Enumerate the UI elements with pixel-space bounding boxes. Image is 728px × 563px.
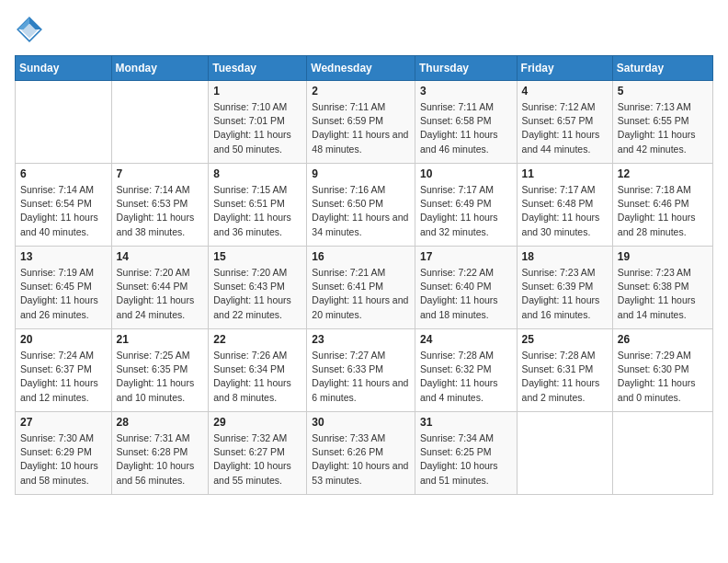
day-number: 10 — [420, 167, 512, 180]
calendar-cell: 10Sunrise: 7:17 AM Sunset: 6:49 PM Dayli… — [415, 164, 517, 247]
calendar-cell: 23Sunrise: 7:27 AM Sunset: 6:33 PM Dayli… — [307, 329, 415, 412]
calendar-cell: 22Sunrise: 7:26 AM Sunset: 6:34 PM Dayli… — [209, 329, 307, 412]
calendar-cell: 13Sunrise: 7:19 AM Sunset: 6:45 PM Dayli… — [16, 247, 112, 329]
logo — [15, 15, 48, 44]
header-monday: Monday — [111, 56, 209, 81]
day-info: Sunrise: 7:23 AM Sunset: 6:39 PM Dayligh… — [522, 266, 608, 322]
calendar-header: Sunday Monday Tuesday Wednesday Thursday… — [16, 56, 713, 81]
calendar-cell — [517, 412, 612, 495]
day-info: Sunrise: 7:21 AM Sunset: 6:41 PM Dayligh… — [312, 266, 410, 322]
day-info: Sunrise: 7:34 AM Sunset: 6:25 PM Dayligh… — [420, 431, 512, 488]
header-friday: Friday — [517, 56, 612, 81]
logo-icon — [15, 15, 44, 44]
day-info: Sunrise: 7:18 AM Sunset: 6:46 PM Dayligh… — [618, 183, 708, 239]
day-number: 6 — [20, 167, 107, 180]
day-number: 15 — [213, 250, 301, 263]
calendar-cell — [612, 412, 712, 495]
day-info: Sunrise: 7:27 AM Sunset: 6:33 PM Dayligh… — [312, 349, 410, 405]
day-number: 27 — [20, 416, 107, 429]
day-info: Sunrise: 7:17 AM Sunset: 6:48 PM Dayligh… — [522, 183, 608, 239]
calendar-cell: 24Sunrise: 7:28 AM Sunset: 6:32 PM Dayli… — [415, 329, 517, 412]
day-number: 13 — [20, 250, 107, 263]
calendar-cell: 9Sunrise: 7:16 AM Sunset: 6:50 PM Daylig… — [307, 164, 415, 247]
calendar-week-row: 6Sunrise: 7:14 AM Sunset: 6:54 PM Daylig… — [16, 164, 713, 247]
day-info: Sunrise: 7:29 AM Sunset: 6:30 PM Dayligh… — [618, 349, 708, 405]
calendar-cell: 5Sunrise: 7:13 AM Sunset: 6:55 PM Daylig… — [612, 81, 712, 164]
day-info: Sunrise: 7:26 AM Sunset: 6:34 PM Dayligh… — [213, 349, 301, 405]
day-number: 28 — [117, 416, 204, 429]
day-number: 18 — [522, 250, 608, 263]
day-info: Sunrise: 7:28 AM Sunset: 6:32 PM Dayligh… — [420, 349, 512, 405]
day-number: 1 — [213, 85, 301, 98]
calendar-cell: 6Sunrise: 7:14 AM Sunset: 6:54 PM Daylig… — [16, 164, 112, 247]
header-thursday: Thursday — [415, 56, 517, 81]
calendar-week-row: 27Sunrise: 7:30 AM Sunset: 6:29 PM Dayli… — [16, 412, 713, 495]
calendar-cell: 19Sunrise: 7:23 AM Sunset: 6:38 PM Dayli… — [612, 247, 712, 329]
day-number: 30 — [312, 416, 410, 429]
calendar-cell: 7Sunrise: 7:14 AM Sunset: 6:53 PM Daylig… — [111, 164, 209, 247]
calendar-cell: 16Sunrise: 7:21 AM Sunset: 6:41 PM Dayli… — [307, 247, 415, 329]
day-info: Sunrise: 7:33 AM Sunset: 6:26 PM Dayligh… — [312, 431, 410, 488]
calendar-cell: 30Sunrise: 7:33 AM Sunset: 6:26 PM Dayli… — [307, 412, 415, 495]
day-number: 11 — [522, 167, 608, 180]
day-info: Sunrise: 7:14 AM Sunset: 6:53 PM Dayligh… — [117, 183, 204, 239]
calendar-cell: 27Sunrise: 7:30 AM Sunset: 6:29 PM Dayli… — [16, 412, 112, 495]
calendar-week-row: 1Sunrise: 7:10 AM Sunset: 7:01 PM Daylig… — [16, 81, 713, 164]
day-number: 23 — [312, 333, 410, 346]
day-number: 22 — [213, 333, 301, 346]
header-saturday: Saturday — [612, 56, 712, 81]
day-number: 8 — [213, 167, 301, 180]
day-number: 12 — [618, 167, 708, 180]
day-info: Sunrise: 7:20 AM Sunset: 6:44 PM Dayligh… — [117, 266, 204, 322]
header-row: Sunday Monday Tuesday Wednesday Thursday… — [16, 56, 713, 81]
calendar-cell: 15Sunrise: 7:20 AM Sunset: 6:43 PM Dayli… — [209, 247, 307, 329]
day-info: Sunrise: 7:12 AM Sunset: 6:57 PM Dayligh… — [522, 100, 608, 156]
calendar-cell: 8Sunrise: 7:15 AM Sunset: 6:51 PM Daylig… — [209, 164, 307, 247]
day-number: 25 — [522, 333, 608, 346]
calendar-cell — [16, 81, 112, 164]
calendar-cell: 21Sunrise: 7:25 AM Sunset: 6:35 PM Dayli… — [111, 329, 209, 412]
calendar-week-row: 20Sunrise: 7:24 AM Sunset: 6:37 PM Dayli… — [16, 329, 713, 412]
header-sunday: Sunday — [16, 56, 112, 81]
day-info: Sunrise: 7:14 AM Sunset: 6:54 PM Dayligh… — [20, 183, 107, 239]
day-number: 14 — [117, 250, 204, 263]
day-info: Sunrise: 7:11 AM Sunset: 6:59 PM Dayligh… — [312, 100, 410, 156]
calendar-cell: 31Sunrise: 7:34 AM Sunset: 6:25 PM Dayli… — [415, 412, 517, 495]
day-info: Sunrise: 7:10 AM Sunset: 7:01 PM Dayligh… — [213, 100, 301, 156]
calendar-cell: 20Sunrise: 7:24 AM Sunset: 6:37 PM Dayli… — [16, 329, 112, 412]
header-tuesday: Tuesday — [209, 56, 307, 81]
day-number: 21 — [117, 333, 204, 346]
calendar-cell: 11Sunrise: 7:17 AM Sunset: 6:48 PM Dayli… — [517, 164, 612, 247]
day-info: Sunrise: 7:24 AM Sunset: 6:37 PM Dayligh… — [20, 349, 107, 405]
day-number: 7 — [117, 167, 204, 180]
day-info: Sunrise: 7:22 AM Sunset: 6:40 PM Dayligh… — [420, 266, 512, 322]
page-header — [15, 15, 713, 44]
day-info: Sunrise: 7:11 AM Sunset: 6:58 PM Dayligh… — [420, 100, 512, 156]
day-info: Sunrise: 7:32 AM Sunset: 6:27 PM Dayligh… — [213, 431, 301, 488]
day-number: 20 — [20, 333, 107, 346]
day-number: 3 — [420, 85, 512, 98]
day-info: Sunrise: 7:16 AM Sunset: 6:50 PM Dayligh… — [312, 183, 410, 239]
day-info: Sunrise: 7:15 AM Sunset: 6:51 PM Dayligh… — [213, 183, 301, 239]
day-info: Sunrise: 7:30 AM Sunset: 6:29 PM Dayligh… — [20, 431, 107, 488]
day-number: 5 — [618, 85, 708, 98]
day-number: 24 — [420, 333, 512, 346]
day-number: 29 — [213, 416, 301, 429]
calendar-cell: 4Sunrise: 7:12 AM Sunset: 6:57 PM Daylig… — [517, 81, 612, 164]
calendar-cell: 12Sunrise: 7:18 AM Sunset: 6:46 PM Dayli… — [612, 164, 712, 247]
calendar-cell: 28Sunrise: 7:31 AM Sunset: 6:28 PM Dayli… — [111, 412, 209, 495]
day-number: 31 — [420, 416, 512, 429]
calendar-cell: 29Sunrise: 7:32 AM Sunset: 6:27 PM Dayli… — [209, 412, 307, 495]
calendar-cell: 18Sunrise: 7:23 AM Sunset: 6:39 PM Dayli… — [517, 247, 612, 329]
calendar-table: Sunday Monday Tuesday Wednesday Thursday… — [15, 55, 713, 495]
day-number: 16 — [312, 250, 410, 263]
day-number: 26 — [618, 333, 708, 346]
calendar-cell: 25Sunrise: 7:28 AM Sunset: 6:31 PM Dayli… — [517, 329, 612, 412]
day-number: 4 — [522, 85, 608, 98]
day-number: 2 — [312, 85, 410, 98]
day-info: Sunrise: 7:25 AM Sunset: 6:35 PM Dayligh… — [117, 349, 204, 405]
day-number: 17 — [420, 250, 512, 263]
day-number: 9 — [312, 167, 410, 180]
calendar-cell: 17Sunrise: 7:22 AM Sunset: 6:40 PM Dayli… — [415, 247, 517, 329]
calendar-body: 1Sunrise: 7:10 AM Sunset: 7:01 PM Daylig… — [16, 81, 713, 495]
